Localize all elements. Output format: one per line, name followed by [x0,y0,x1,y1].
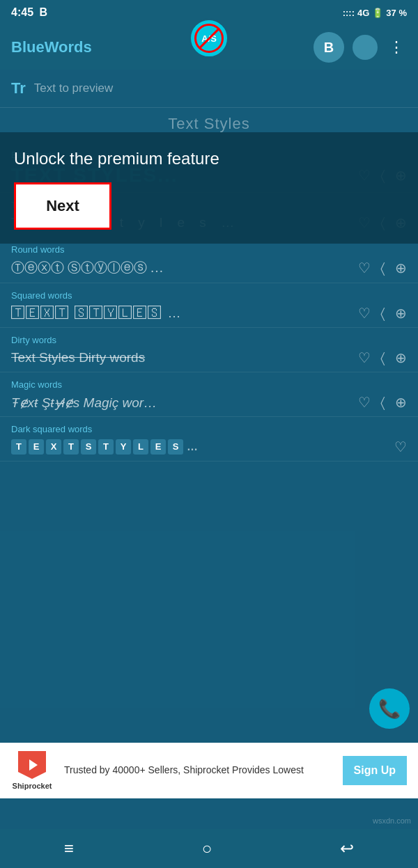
heart-icon-dark-sq[interactable]: ♡ [394,439,407,455]
ad-text: Trusted by 40000+ Sellers, Shiprocket Pr… [64,764,304,775]
ds-char-S2: S [168,439,183,455]
ds-char-T2: T [63,439,79,455]
heart-icon-magic[interactable]: ♡ [358,394,371,411]
nav-home-icon[interactable]: ○ [185,833,229,864]
dirty-preview: Text Styles Dirty words [11,350,353,365]
ds-char-X: X [46,439,61,455]
phone-icon: 📞 [378,698,401,720]
style-actions-magic: ♡ 〈 ⊕ [358,394,407,411]
style-row-dirty: Text Styles Dirty words ♡ 〈 ⊕ [11,349,407,366]
whatsapp-icon-squared[interactable]: ⊕ [395,305,407,322]
nav-back-icon[interactable]: ↩ [323,833,371,864]
style-row-dark-squared: T E X T S T Y L E S … ♡ [11,439,407,455]
style-row-magic: Ŧɇxŧ Şŧɏłɇs Magiç wor… ♡ 〈 ⊕ [11,394,407,411]
ds-char-T3: T [98,439,114,455]
style-section-dark-squared: Dark squared words T E X T S T Y L E S …… [0,417,418,461]
preview-bar: Tr Text to preview [0,70,418,108]
profile-circle-icon[interactable] [353,35,378,60]
share-icon-round[interactable]: 〈 [380,260,385,276]
round-preview: Ⓣⓔⓧⓣ Ⓢⓣⓨⓛⓔⓢ … [11,259,353,277]
network-label: 4G [357,8,369,18]
style-section-squared: Squared words 🅃🄴🅇🅃 🅂🅃🅈🄻🄴🅂 … ♡ 〈 ⊕ [0,283,418,328]
play-icon [24,757,40,773]
status-time-bold: 4:45 B [11,6,47,19]
status-right: :::: 4G 🔋 37 % [343,8,407,18]
ds-char-T: T [11,439,26,455]
unlock-title: Unlock the premium feature [14,149,404,168]
style-row-round: Ⓣⓔⓧⓣ Ⓢⓣⓨⓛⓔⓢ … ♡ 〈 ⊕ [11,259,407,277]
b-label: B [324,40,334,56]
share-icon-dirty[interactable]: 〈 [380,350,385,366]
whatsapp-icon-round[interactable]: ⊕ [395,260,407,276]
heart-icon-squared[interactable]: ♡ [358,305,371,322]
style-label-dirty: Dirty words [11,335,407,345]
ad-content: Trusted by 40000+ Sellers, Shiprocket Pr… [64,764,332,778]
watermark: wsxdn.com [373,816,411,825]
app-bar-icons: B ⋮ [314,32,407,63]
overlay-panel: Unlock the premium feature Next [0,132,418,244]
tt-icon: Tr [11,79,26,97]
style-section-magic: Magic words Ŧɇxŧ Şŧɏłɇs Magiç wor… ♡ 〈 ⊕ [0,372,418,417]
dark-squared-preview: T E X T S T Y L E S … [11,439,199,455]
ad-cta-button[interactable]: Sign Up [343,756,407,785]
ad-logo-text: Shiprocket [13,782,52,790]
style-row-squared: 🅃🄴🅇🅃 🅂🅃🅈🄻🄴🅂 … ♡ 〈 ⊕ [11,305,407,322]
style-label-magic: Magic words [11,379,407,390]
status-time: 4:45 [11,6,33,18]
whatsapp-icon-magic[interactable]: ⊕ [395,394,407,411]
app-title: BlueWords [11,38,92,56]
style-label-dark-squared: Dark squared words [11,424,407,434]
share-icon-squared[interactable]: 〈 [380,306,385,322]
app-bar: BlueWords A/S B ⋮ [0,25,418,70]
signal-icon: :::: [343,8,355,18]
style-actions-round: ♡ 〈 ⊕ [358,260,407,276]
ds-char-E2: E [150,439,166,455]
next-button[interactable]: Next [14,182,111,230]
battery-icon: 🔋 [372,8,383,18]
style-section-dirty: Dirty words Text Styles Dirty words ♡ 〈 … [0,328,418,372]
as-inner-circle: A/S [194,24,224,53]
svg-marker-0 [29,759,38,771]
more-options-icon[interactable]: ⋮ [386,35,407,59]
ad-logo: Shiprocket [11,751,53,790]
as-icon[interactable]: A/S [189,18,229,58]
magic-preview: Ŧɇxŧ Şŧɏłɇs Magiç wor… [11,395,353,411]
ds-char-L: L [133,439,148,455]
status-bold: B [39,6,47,18]
share-icon-magic[interactable]: 〈 [380,395,385,411]
ad-banner: Shiprocket Trusted by 40000+ Sellers, Sh… [0,743,418,798]
battery-label: 37 % [386,8,407,18]
ds-char-S: S [81,439,96,455]
style-label-round: Round words [11,244,407,255]
style-label-squared: Squared words [11,290,407,301]
main-content: Tr Text to preview Text Styles Blue word… [0,70,418,868]
nav-menu-icon[interactable]: ≡ [47,833,91,864]
style-section-round: Round words Ⓣⓔⓧⓣ Ⓢⓣⓨⓛⓔⓢ … ♡ 〈 ⊕ [0,237,418,283]
bottom-nav: ≡ ○ ↩ [0,829,418,868]
shiprocket-logo-icon [18,751,46,779]
style-actions-squared: ♡ 〈 ⊕ [358,305,407,322]
ds-char-E: E [29,439,44,455]
fab-call-button[interactable]: 📞 [369,688,410,729]
heart-icon-round[interactable]: ♡ [358,260,371,276]
style-actions-dark-squared: ♡ [394,439,407,455]
b-icon[interactable]: B [314,32,344,63]
heart-icon-dirty[interactable]: ♡ [358,349,371,366]
style-actions-dirty: ♡ 〈 ⊕ [358,349,407,366]
whatsapp-icon-dirty[interactable]: ⊕ [395,349,407,366]
ds-char-Y: Y [116,439,131,455]
preview-placeholder: Text to preview [34,81,113,95]
squared-preview: 🅃🄴🅇🅃 🅂🅃🅈🄻🄴🅂 … [11,306,353,321]
ds-ellipsis: … [185,439,199,455]
